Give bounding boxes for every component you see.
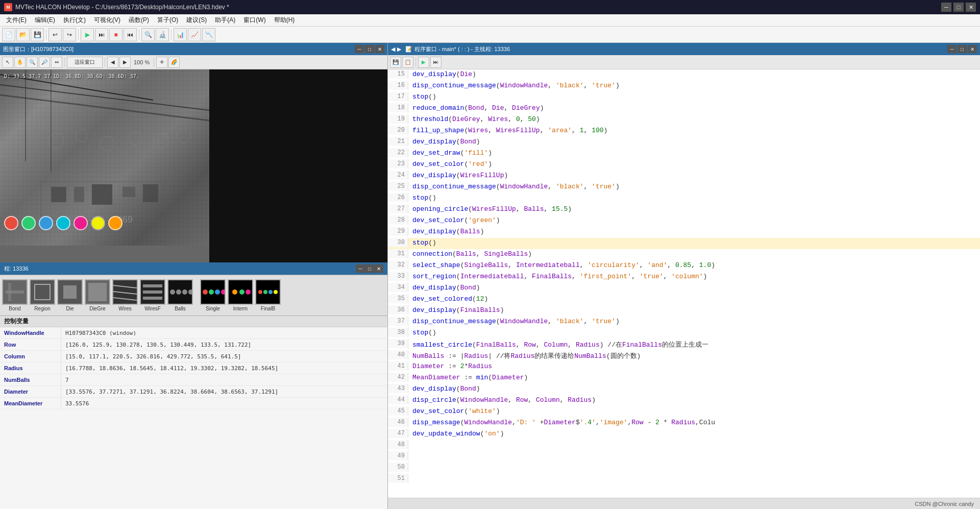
code-line-40[interactable]: 40NumBalls := |Radius| //将Radius的结果传递给Nu…: [388, 350, 980, 361]
thumb-bond[interactable]: Bond: [2, 279, 28, 311]
code-line-34[interactable]: 34dev_display(Bond): [388, 283, 980, 294]
code-line-39[interactable]: 39smallest_circle(FinalBalls, Row, Colum…: [388, 339, 980, 350]
code-save-btn[interactable]: 💾: [390, 57, 401, 68]
maximize-button[interactable]: □: [953, 3, 964, 12]
minimize-button[interactable]: ─: [941, 3, 951, 12]
code-line-43[interactable]: 43dev_display(Bond): [388, 384, 980, 395]
line-indicator-minimize[interactable]: ─: [356, 264, 365, 273]
code-line-36[interactable]: 36dev_display(FinalBalls): [388, 305, 980, 317]
chart3-button[interactable]: 📉: [202, 28, 215, 41]
thumb-wires[interactable]: Wires: [112, 279, 138, 311]
code-minimize[interactable]: ─: [947, 45, 957, 53]
img-zoom-next[interactable]: ▶: [119, 57, 131, 68]
code-copy-btn[interactable]: 📋: [402, 57, 413, 68]
menu-visual[interactable]: 可视化(V): [90, 15, 125, 26]
code-line-17[interactable]: 17stop(): [388, 92, 980, 103]
code-line-31[interactable]: 31connection(Balls, SingleBalls): [388, 249, 980, 260]
code-run-btn[interactable]: ▶: [418, 57, 429, 68]
code-line-23[interactable]: 23dev_set_color('red'): [388, 159, 980, 171]
menu-file[interactable]: 文件(E): [2, 15, 31, 26]
img-zoom-in[interactable]: 🔍: [27, 57, 38, 68]
code-window-nav-back[interactable]: ◀: [391, 46, 395, 53]
menu-edit[interactable]: 编辑(E): [31, 15, 59, 26]
new-button[interactable]: 📄: [2, 28, 15, 41]
run-button[interactable]: ▶: [81, 28, 94, 41]
menu-help[interactable]: 帮助(H): [270, 15, 299, 26]
code-line-41[interactable]: 41Diameter := 2*Radius: [388, 361, 980, 373]
code-area[interactable]: 15dev_display(Die)16disp_continue_messag…: [388, 69, 980, 498]
chart2-button[interactable]: 📈: [188, 28, 201, 41]
img-fit[interactable]: 适应窗口: [67, 57, 103, 68]
code-line-42[interactable]: 42MeanDiameter := min(Diameter): [388, 373, 980, 384]
thumb-region[interactable]: Region: [30, 279, 55, 311]
code-line-18[interactable]: 18reduce_domain(Bond, Die, DieGrey): [388, 103, 980, 114]
menu-execute[interactable]: 执行(文): [59, 15, 90, 26]
iw-minimize[interactable]: ─: [355, 45, 364, 53]
code-line-22[interactable]: 22dev_set_draw('fill'): [388, 148, 980, 159]
thumb-die[interactable]: Die: [57, 279, 83, 311]
save-button[interactable]: 💾: [31, 28, 44, 41]
menu-assistant[interactable]: 助手(A): [211, 15, 239, 26]
code-line-30[interactable]: 30stop(): [388, 238, 980, 249]
iw-close[interactable]: ✕: [375, 45, 384, 53]
inspect-button[interactable]: 🔬: [156, 28, 169, 41]
img-color[interactable]: 🌈: [168, 57, 180, 68]
code-line-29[interactable]: 29dev_display(Balls): [388, 227, 980, 238]
code-step-btn[interactable]: ⏭: [430, 57, 442, 68]
step-button[interactable]: ⏭: [95, 28, 108, 41]
code-line-35[interactable]: 35dev_set_colored(12): [388, 294, 980, 305]
code-line-47[interactable]: 47dev_update_window('on'): [388, 429, 980, 440]
code-line-25[interactable]: 25disp_continue_message(WindowHandle, 'b…: [388, 182, 980, 193]
thumb-finalb[interactable]: FinalB: [255, 279, 281, 311]
img-zoom-out[interactable]: 🔎: [39, 57, 50, 68]
code-line-33[interactable]: 33sort_region(Intermediateball, FinalBal…: [388, 272, 980, 283]
code-line-46[interactable]: 46disp_message(WindowHandle,'D: ' +Diame…: [388, 418, 980, 429]
line-indicator-maximize[interactable]: □: [365, 264, 374, 273]
thumb-diegrey[interactable]: DieGre: [85, 279, 110, 311]
thumb-balls[interactable]: Balls: [167, 279, 193, 311]
code-line-19[interactable]: 19threshold(DieGrey, Wires, 0, 50): [388, 114, 980, 126]
close-button[interactable]: ✕: [966, 3, 976, 12]
menu-window[interactable]: 窗口(W): [239, 15, 270, 26]
code-line-15[interactable]: 15dev_display(Die): [388, 69, 980, 81]
code-line-20[interactable]: 20fill_up_shape(Wires, WiresFillUp, 'are…: [388, 126, 980, 137]
line-indicator-close[interactable]: ✕: [374, 264, 383, 273]
code-line-38[interactable]: 38stop(): [388, 328, 980, 339]
code-line-32[interactable]: 32select_shape(SingleBalls, Intermediate…: [388, 260, 980, 272]
thumb-single[interactable]: Single: [200, 279, 226, 311]
code-line-21[interactable]: 21dev_display(Bond): [388, 137, 980, 148]
code-line-44[interactable]: 44disp_circle(WindowHandle, Row, Column,…: [388, 395, 980, 406]
code-line-26[interactable]: 26stop(): [388, 193, 980, 204]
redo-button[interactable]: ↪: [63, 28, 76, 41]
code-close[interactable]: ✕: [968, 45, 977, 53]
code-line-48[interactable]: 48: [388, 440, 980, 451]
code-line-24[interactable]: 24dev_display(WiresFillUp): [388, 171, 980, 182]
code-line-27[interactable]: 27opening_circle(WiresFillUp, Balls, 15.…: [388, 204, 980, 215]
code-line-49[interactable]: 49: [388, 451, 980, 463]
code-line-28[interactable]: 28dev_set_color('green'): [388, 215, 980, 227]
menu-suggest[interactable]: 建议(S): [182, 15, 211, 26]
img-zoom-prev[interactable]: ◀: [107, 57, 118, 68]
chart-button[interactable]: 📊: [174, 28, 187, 41]
img-zoom-arrows[interactable]: ⇔: [51, 57, 62, 68]
img-crosshair[interactable]: ✛: [156, 57, 167, 68]
code-maximize[interactable]: □: [958, 45, 967, 53]
open-button[interactable]: 📂: [16, 28, 30, 41]
code-line-45[interactable]: 45dev_set_color('white'): [388, 406, 980, 418]
code-line-37[interactable]: 37disp_continue_message(WindowHandle, 'b…: [388, 317, 980, 328]
thumb-interm[interactable]: Interm: [228, 279, 253, 311]
menu-operator[interactable]: 算子(O): [153, 15, 182, 26]
stop-button[interactable]: ■: [109, 28, 122, 41]
menu-function[interactable]: 函数(P): [125, 15, 153, 26]
reset-button[interactable]: ⏮: [124, 28, 137, 41]
code-line-50[interactable]: 50: [388, 463, 980, 474]
img-pointer[interactable]: ↖: [2, 57, 13, 68]
debug-button[interactable]: 🔍: [141, 28, 155, 41]
undo-button[interactable]: ↩: [48, 28, 62, 41]
code-line-51[interactable]: 51: [388, 474, 980, 485]
iw-maximize[interactable]: □: [365, 45, 374, 53]
code-line-16[interactable]: 16disp_continue_message(WindowHandle, 'b…: [388, 81, 980, 92]
code-window-nav-fwd[interactable]: ▶: [397, 46, 401, 53]
thumb-wiresfillup[interactable]: WiresF: [140, 279, 165, 311]
img-hand[interactable]: ✋: [14, 57, 26, 68]
